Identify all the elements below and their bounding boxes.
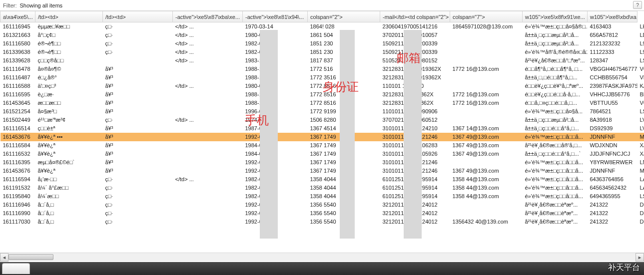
table-cell: </td> ... [173, 48, 243, 56]
table-cell: 161116580 [0, 39, 35, 48]
table-cell: </td> ... [173, 39, 243, 48]
table-cell: 230604197005141216 [380, 22, 450, 31]
table-row[interactable]: 161116595è¿□æ·å¥³1988-10-191772 85163212… [0, 90, 644, 99]
column-header[interactable]: colspan="7"> [450, 11, 523, 22]
table-row[interactable]: 161453645æ□□æ□□å¥³1988-10-191772 8516321… [0, 99, 644, 107]
column-header[interactable]: colspan="2"> [308, 11, 380, 22]
table-cell: 1358 44@139.com [450, 175, 523, 184]
column-header[interactable]: -mail</td><td colspan="2"> [380, 11, 450, 22]
scroll-right-button[interactable]: ► [636, 253, 644, 262]
column-header[interactable]: w105">\xe5\x8f\x91\xe... [523, 11, 588, 22]
table-cell: 1851 230 [308, 48, 380, 56]
table-cell: 1367 1749 [308, 167, 380, 175]
table-cell: JDNNFNF [588, 167, 638, 175]
table-cell: </td> ... [173, 31, 243, 39]
table-row[interactable]: 161116588ä'□¤ç□³å¥³</td> ...1980-01-0117… [0, 82, 644, 90]
table-cell: 310101199208121246 [380, 133, 450, 141]
column-header[interactable]: -active">\xe8\x81\x94\... [243, 11, 308, 22]
table-cell [173, 99, 243, 107]
table-cell: ç□· [103, 218, 173, 226]
table-cell: </td> ... [173, 22, 243, 31]
table-row[interactable]: 161195840å¼´æ□□ç□·1982-03-291358 4044610… [0, 192, 644, 201]
table-row[interactable]: 161453676å¥¥è¿ª •••å¥³1992-08-121367 174… [0, 133, 644, 141]
table-row[interactable]: 161116594å¡'æ·□□ç□·</td> ...1982-03-2913… [0, 175, 644, 184]
table-row[interactable]: 161191532å¼´ å°£æ□□ç□·1982-03-291358 404… [0, 184, 644, 192]
column-header[interactable]: w105">\xe8\xbd\xa [588, 11, 638, 22]
table-row[interactable]: 161116580é®¬è¶□□ç□·</td> ...1982-04-2018… [0, 39, 644, 48]
table-row[interactable]: 161502449é¹¹□æ'ªæ³¢ç□·</td> ...1974-02-0… [0, 116, 644, 124]
table-row[interactable]: 161521254å¤§æ³□å¥³1996-09-091772 9199110… [0, 107, 644, 116]
table-cell: 161117030 [0, 218, 35, 226]
table-cell: é□□è¥¿ç□□é□□å·å,□... [523, 90, 588, 99]
table-row[interactable]: 161116514ç□□è±ªå¥³1987-03-121367 4514310… [0, 124, 644, 133]
table-cell: 161116945 [0, 22, 35, 31]
table-row[interactable]: 161116946å□´å,□ç□·1992-06-121356 5540321… [0, 201, 644, 209]
table-cell: 1506 8280 [308, 116, 380, 124]
table-cell: ç□· [103, 48, 173, 56]
table-cell: å□´å,□ [35, 209, 103, 218]
table-cell: é»'é¾™æ±□ç□□å□□å... [523, 158, 588, 167]
table-cell: 321201199206124012 [380, 218, 450, 226]
table-cell: 1992-08-12 [243, 158, 308, 167]
table-cell [173, 90, 243, 99]
table-cell: 510521198310080152 [380, 56, 450, 65]
table-row[interactable]: 161321663å°□ç¢□ç□·</td> ...1980-01-01186… [0, 31, 644, 39]
table-cell [173, 65, 243, 73]
table-row[interactable]: 161116395æµ□å¤®£©é□`å¥³1992-08-121367 17… [0, 158, 644, 167]
table-cell: 64363764856 [588, 175, 638, 184]
table-cell: DSASDDSFCDVE12 [638, 209, 644, 218]
table-row[interactable]: 161339628ç□□ç®å□□</td> ...1983-10-081817… [0, 56, 644, 65]
table-cell: 1861 504 [308, 31, 380, 39]
column-header[interactable]: a\xa4\xe5\... [0, 11, 35, 22]
table-cell [450, 56, 523, 65]
horizontal-scrollbar[interactable]: ◄ ► [0, 253, 644, 261]
table-cell: 1982-04-20 [243, 39, 308, 48]
table-cell: 1988-10-19 [243, 65, 308, 73]
table-cell: é»'é¾™æ±□ç□□å□□å... [523, 167, 588, 175]
table-cell: 150921198204200339 [380, 39, 450, 48]
table-cell: 1358 44@139.com [450, 184, 523, 192]
table-cell [450, 73, 523, 82]
scroll-left-button[interactable]: ◄ [0, 253, 8, 262]
column-header[interactable]: -active">\xe5\x87\xba\xe... [173, 11, 243, 22]
data-grid[interactable]: a\xa4\xe5\.../td><td>/td><td>-active">\x… [0, 11, 644, 226]
footer-tab[interactable] [2, 263, 30, 274]
table-row[interactable]: 161117030å□´å,□ç□·1992-06-121356 5540321… [0, 218, 644, 226]
table-row[interactable]: 161116478å¤®å¤¶©å¥³1988-10-191772 516321… [0, 65, 644, 73]
table-cell: å¥¥è¿ª [35, 150, 103, 158]
table-cell: 321283198810019362X [380, 65, 450, 73]
table-cell: 1988-10-19 [243, 73, 308, 82]
table-cell: 321201199206124012 [380, 201, 450, 209]
table-row[interactable]: 161116945èµµæ□¥æ□□ç□·</td> ...1970-03-14… [0, 22, 644, 31]
table-cell [173, 184, 243, 192]
table-cell: 241322 [588, 201, 638, 209]
table-row[interactable]: 161116584å¥¥è¿ªå¥³1984-09-101367 1749310… [0, 141, 644, 150]
help-button[interactable]: ? [633, 1, 642, 9]
table-cell: å¥³ [103, 107, 173, 116]
table-cell: 1356432 40@139.com [450, 218, 523, 226]
table-cell: 1356 5540 [308, 218, 380, 226]
table-cell: 1367 49@139.com [450, 150, 523, 158]
table-row[interactable]: 161116532å¥¥è¿ªå¥³1984-09-101367 1749310… [0, 150, 644, 158]
table-row[interactable]: 161116990å□´å,□ç□·1992-06-121356 5540321… [0, 209, 644, 218]
table-cell: é»'é¾™æ±□ç□□å□□å... [523, 133, 588, 141]
column-header[interactable]: /td><td> [35, 11, 103, 22]
table-row[interactable]: 161339638é®¬è¶□□ç□·</td> ...1982-04-2018… [0, 48, 644, 56]
table-cell [173, 158, 243, 167]
table-cell: å±±ä¸□,□é□□å¶°å,□... [523, 73, 588, 82]
scroll-thumb[interactable] [8, 254, 53, 260]
table-cell: 1367 1749 [308, 133, 380, 141]
table-cell: 1358 4044 [308, 175, 380, 184]
table-cell: LN78YW8E7YR8WEi [638, 158, 644, 167]
table-cell: 161339638 [0, 48, 35, 56]
table-cell: é»'é¾™æ±□ç□□å□□å... [523, 175, 588, 184]
table-cell [173, 192, 243, 201]
table-cell: å²¹è¥¸å€®æ□□å®'å,□... [523, 141, 588, 150]
table-row[interactable]: 161453676å¥¥è¿ªå¥³1992-08-121367 1749310… [0, 167, 644, 175]
column-header[interactable]: /td><td> [103, 11, 173, 22]
table-cell [450, 107, 523, 116]
table-cell: 610125198203295914 [380, 175, 450, 184]
table-cell: 1367 1749 [308, 141, 380, 150]
table-cell: VBTTUU55 [588, 99, 638, 107]
table-row[interactable]: 161116487é□¿å®°å¥³1988-10-191772 3516321… [0, 73, 644, 82]
